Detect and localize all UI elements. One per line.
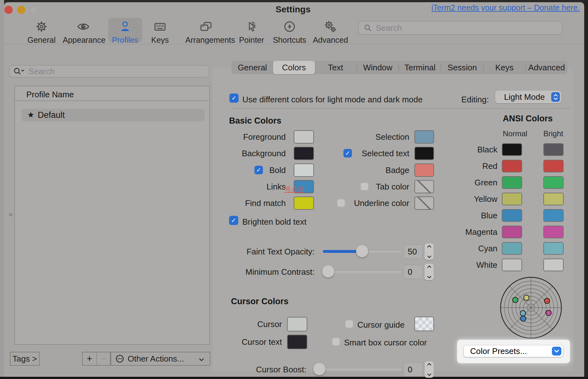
color-wheel[interactable] xyxy=(500,277,562,339)
ansi-blue-normal-swatch[interactable] xyxy=(502,209,522,222)
underline-color-checkbox[interactable] xyxy=(337,199,345,207)
ansi-black-normal-swatch[interactable] xyxy=(502,143,522,156)
tab-text[interactable]: Text xyxy=(315,61,356,74)
minimize-button[interactable] xyxy=(17,6,25,14)
ansi-label-yellow: Yellow xyxy=(444,193,497,205)
cursor-boost-value[interactable]: 0 xyxy=(403,362,423,377)
wheel-dot-blue[interactable] xyxy=(520,316,526,322)
remove-profile-button[interactable]: − xyxy=(97,352,111,365)
chevron-down-button[interactable] xyxy=(552,347,561,356)
foreground-swatch[interactable] xyxy=(294,130,314,144)
find-match-swatch[interactable] xyxy=(294,196,314,210)
links-label: Links xyxy=(209,180,286,193)
desktop-edge xyxy=(0,0,4,377)
toolbar-item-arrangements[interactable]: Arrangements xyxy=(185,20,227,45)
cursor-text-swatch[interactable] xyxy=(287,335,307,349)
foreground-label: Foreground xyxy=(209,130,286,144)
tab-color-checkbox[interactable] xyxy=(360,182,369,191)
slider-thumb[interactable] xyxy=(322,266,334,278)
ansi-red-normal-swatch[interactable] xyxy=(502,160,522,172)
ansi-yellow-bright-swatch[interactable] xyxy=(543,193,564,205)
badge-swatch[interactable] xyxy=(414,164,434,177)
ansi-label-green: Green xyxy=(444,176,497,189)
ansi-black-bright-swatch[interactable] xyxy=(543,143,564,156)
ansi-green-normal-swatch[interactable] xyxy=(502,176,522,189)
selected-text-checkbox[interactable] xyxy=(343,149,352,157)
tab-terminal[interactable]: Terminal xyxy=(399,61,441,74)
toolbar-item-shortcuts[interactable]: Shortcuts xyxy=(269,20,310,45)
editing-mode-select[interactable]: Light Mode xyxy=(495,91,561,103)
close-button[interactable] xyxy=(4,6,13,14)
ansi-magenta-bright-swatch[interactable] xyxy=(543,226,564,238)
wheel-dot-magenta[interactable] xyxy=(546,310,552,316)
other-actions-dropdown[interactable]: Other Actions... xyxy=(110,352,210,366)
profile-table-header-label: Profile Name xyxy=(26,90,74,100)
wheel-dot-cyan[interactable] xyxy=(520,310,526,316)
cursor-boost-stepper[interactable] xyxy=(425,361,434,378)
stepper-down-icon xyxy=(427,373,431,376)
minimum-contrast-slider[interactable] xyxy=(323,270,401,273)
tab-advanced[interactable]: Advanced xyxy=(526,61,567,74)
toolbar-search-input[interactable]: Search xyxy=(358,21,563,35)
wheel-dot-red[interactable] xyxy=(544,298,550,304)
faint-text-opacity-slider[interactable] xyxy=(323,250,401,253)
wheel-dot-yellow[interactable] xyxy=(523,295,529,301)
selection-swatch[interactable] xyxy=(414,130,434,144)
ansi-red-bright-swatch[interactable] xyxy=(543,160,564,172)
minimum-contrast-value[interactable]: 0 xyxy=(403,265,423,279)
profile-table-header[interactable]: Profile Name xyxy=(15,86,209,101)
profile-row-default[interactable]: ★ Default xyxy=(22,109,205,121)
background-swatch[interactable] xyxy=(294,147,314,160)
toolbar-item-advanced[interactable]: Advanced xyxy=(310,20,351,45)
tab-session[interactable]: Session xyxy=(441,61,483,74)
toolbar-item-general[interactable]: General xyxy=(21,20,62,45)
toolbar-divider xyxy=(4,44,584,44)
stepper-up-icon xyxy=(427,265,431,268)
faint-text-opacity-stepper[interactable] xyxy=(425,243,434,260)
ansi-blue-bright-swatch[interactable] xyxy=(543,209,564,222)
tags-button[interactable]: Tags > xyxy=(10,352,40,366)
toolbar-item-keys[interactable]: Keys xyxy=(139,20,181,45)
iterm2-settings-window: Settings iTerm2 needs your support – Don… xyxy=(0,0,588,379)
profile-search-input[interactable]: Search xyxy=(9,65,209,78)
underline-color-swatch[interactable] xyxy=(414,196,434,210)
ansi-bright-column-header: Bright xyxy=(543,129,563,138)
cursor-label: Cursor xyxy=(219,317,282,331)
profile-name: Default xyxy=(38,110,65,120)
tab-colors[interactable]: Colors xyxy=(273,61,315,74)
slider-thumb[interactable] xyxy=(313,363,325,375)
use-different-colors-checkbox[interactable] xyxy=(229,93,239,103)
bold-swatch[interactable] xyxy=(294,164,314,177)
smart-box-cursor-checkbox[interactable] xyxy=(332,337,340,346)
screen-bottom-edge xyxy=(0,377,588,379)
smart-box-cursor-label: Smart box cursor color xyxy=(344,338,427,348)
ansi-white-normal-swatch[interactable] xyxy=(502,259,522,271)
color-presets-dropdown[interactable]: Color Presets... xyxy=(463,345,563,357)
donate-link[interactable]: iTerm2 needs your support – Donate here. xyxy=(431,3,580,12)
brighten-bold-checkbox[interactable] xyxy=(229,216,238,225)
wheel-dot-green[interactable] xyxy=(512,297,518,303)
ansi-cyan-bright-swatch[interactable] xyxy=(543,242,564,255)
ansi-yellow-normal-swatch[interactable] xyxy=(502,193,522,205)
cursor-guide-checkbox[interactable] xyxy=(345,320,354,328)
ansi-white-bright-swatch[interactable] xyxy=(543,259,564,271)
minimum-contrast-stepper[interactable] xyxy=(425,264,434,280)
window-title: Settings xyxy=(222,4,364,15)
selected-text-swatch[interactable] xyxy=(414,147,434,160)
cursor-guide-swatch[interactable] xyxy=(414,317,434,331)
faint-text-opacity-value[interactable]: 50 xyxy=(403,244,423,259)
tab-color-swatch[interactable] xyxy=(414,180,434,193)
cursor-boost-slider[interactable] xyxy=(314,368,402,371)
toolbar-item-appearance[interactable]: Appearance xyxy=(63,20,104,45)
ansi-magenta-normal-swatch[interactable] xyxy=(502,226,522,238)
ansi-green-bright-swatch[interactable] xyxy=(543,176,564,189)
profile-search-placeholder: Search xyxy=(29,67,54,76)
add-profile-button[interactable]: + xyxy=(83,352,97,365)
toolbar-item-pointer[interactable]: Pointer xyxy=(231,20,272,45)
tab-keys[interactable]: Keys xyxy=(484,61,525,74)
ansi-cyan-normal-swatch[interactable] xyxy=(502,242,522,255)
slider-thumb[interactable] xyxy=(356,245,368,257)
cursor-swatch[interactable] xyxy=(287,317,307,331)
tab-general[interactable]: General xyxy=(232,61,273,74)
tab-window[interactable]: Window xyxy=(357,61,399,74)
